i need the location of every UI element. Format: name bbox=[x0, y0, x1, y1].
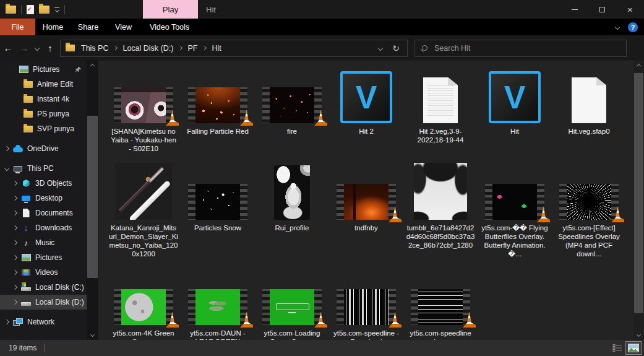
file-item[interactable]: yt5s.com-4K Green Screen bbox=[106, 266, 181, 340]
refresh-icon[interactable]: ↻ bbox=[392, 43, 400, 53]
file-item[interactable]: Falling Particle Red bbox=[181, 64, 255, 153]
recent-locations-chevron[interactable] bbox=[32, 46, 42, 50]
file-item[interactable]: yt5s.com-[Effect] Speedlines Overlay (MP… bbox=[552, 160, 626, 258]
minimize-ribbon-chevron-icon[interactable] bbox=[615, 24, 620, 29]
windows-drive-icon bbox=[21, 282, 31, 292]
sidebar-item-ps-punya[interactable]: PS punya bbox=[0, 106, 87, 121]
sidebar-item-label: PS punya bbox=[37, 110, 69, 118]
sidebar-item-desktop[interactable]: Desktop bbox=[0, 191, 87, 206]
help-icon[interactable]: ? bbox=[628, 22, 638, 32]
sidebar-item-videos[interactable]: Videos bbox=[0, 265, 87, 280]
sidebar-item-music[interactable]: Music bbox=[0, 235, 87, 250]
sidebar-item-pictures-quickaccess[interactable]: Pictures bbox=[0, 62, 87, 77]
details-view-button[interactable] bbox=[609, 341, 625, 355]
sidebar-item-this-pc[interactable]: This PC bbox=[0, 161, 87, 176]
breadcrumb-chevron-icon[interactable] bbox=[113, 46, 118, 50]
sidebar-item-local-disk-c[interactable]: Local Disk (C:) bbox=[0, 280, 87, 295]
scrollbar-thumb[interactable] bbox=[87, 116, 98, 278]
tab-share[interactable]: Share bbox=[71, 19, 106, 35]
sidebar-item-pictures[interactable]: Pictures bbox=[0, 250, 87, 265]
blank-document-icon bbox=[572, 77, 606, 123]
expand-chevron-icon[interactable] bbox=[12, 285, 17, 290]
maximize-button[interactable] bbox=[588, 0, 616, 19]
file-item[interactable]: tndfnby bbox=[329, 160, 403, 258]
sidebar-item-3d-objects[interactable]: 3D Objects bbox=[0, 176, 87, 191]
file-item[interactable]: [SHANA]Kimetsu no Yaiba - Yuukaku-hen - … bbox=[106, 64, 181, 153]
sidebar-item-label: Local Disk (D:) bbox=[35, 298, 84, 306]
expand-chevron-icon[interactable] bbox=[4, 319, 9, 324]
sidebar-item-label: Anime Edit bbox=[37, 80, 73, 89]
customize-toolbar-chevron-icon[interactable] bbox=[54, 7, 59, 12]
collapse-chevron-icon[interactable] bbox=[4, 166, 9, 171]
file-item[interactable]: Particles Snow bbox=[181, 160, 255, 258]
close-button[interactable]: × bbox=[616, 0, 644, 19]
file-item[interactable]: yt5s.com-�� Flying Butterflies Overlay. … bbox=[478, 160, 552, 258]
expand-chevron-icon[interactable] bbox=[4, 146, 9, 151]
breadcrumb-chevron-icon[interactable] bbox=[202, 46, 207, 50]
file-item[interactable]: yt5s.com-speedline loop bbox=[403, 266, 478, 340]
address-dropdown-chevron-icon[interactable] bbox=[378, 45, 383, 50]
file-item[interactable]: Hit 2.veg,3-9-2022,18-19-44 bbox=[403, 64, 478, 153]
sidebar-item-downloads[interactable]: Downloads bbox=[0, 220, 87, 235]
folder-icon[interactable] bbox=[6, 6, 16, 14]
tab-view[interactable]: View bbox=[106, 19, 141, 35]
address-bar[interactable]: This PC Local Disk (D:) PF Hit ↻ bbox=[60, 40, 408, 57]
desktop-icon bbox=[21, 193, 31, 203]
breadcrumb-pf[interactable]: PF bbox=[186, 44, 199, 53]
scrollbar-thumb[interactable] bbox=[634, 73, 643, 313]
sidebar-item-anime-edit[interactable]: Anime Edit bbox=[0, 77, 87, 92]
up-button[interactable]: ↑ bbox=[42, 43, 58, 53]
expand-chevron-icon[interactable] bbox=[12, 211, 17, 215]
breadcrumb-hit[interactable]: Hit bbox=[210, 44, 223, 53]
tab-home[interactable]: Home bbox=[35, 19, 71, 35]
file-item[interactable]: Katana_Kanroji_Mitsuri_Demon_Slayer_Kime… bbox=[106, 160, 181, 258]
scroll-up-arrow[interactable] bbox=[87, 61, 98, 71]
sidebar-item-documents[interactable]: Documents bbox=[0, 206, 87, 220]
expand-chevron-icon[interactable] bbox=[12, 300, 17, 305]
tab-video-tools[interactable]: Video Tools bbox=[141, 19, 198, 35]
minimize-button[interactable] bbox=[560, 0, 588, 19]
thumbnail-image bbox=[344, 184, 389, 220]
new-folder-icon[interactable] bbox=[39, 6, 49, 14]
expand-chevron-icon[interactable] bbox=[12, 196, 17, 201]
search-box[interactable] bbox=[414, 40, 627, 57]
properties-check-icon[interactable] bbox=[27, 5, 34, 14]
expand-chevron-icon[interactable] bbox=[12, 270, 17, 275]
video-tools-contextual-tab[interactable]: Play bbox=[143, 0, 198, 19]
sidebar-item-local-disk-d[interactable]: Local Disk (D:) bbox=[0, 295, 87, 310]
breadcrumb-this-pc[interactable]: This PC bbox=[79, 44, 110, 53]
file-item[interactable]: yt5s.com-speedline - Download bbox=[329, 266, 403, 340]
back-button[interactable]: ← bbox=[0, 43, 16, 53]
video-filmstrip bbox=[337, 289, 396, 325]
expand-chevron-icon[interactable] bbox=[12, 225, 17, 230]
sidebar-item-svp-punya[interactable]: SVP punya bbox=[0, 121, 87, 136]
file-item[interactable]: fire bbox=[255, 64, 329, 153]
breadcrumb-local-disk-d[interactable]: Local Disk (D:) bbox=[121, 44, 175, 53]
file-item[interactable]: Hit 2 bbox=[329, 64, 403, 153]
sidebar-item-instant-4k[interactable]: Instant 4k bbox=[0, 92, 87, 106]
file-item[interactable]: Hit.veg.sfap0 bbox=[552, 64, 626, 153]
sidebar-item-onedrive[interactable]: OneDrive bbox=[0, 141, 87, 156]
expand-chevron-icon[interactable] bbox=[12, 240, 17, 245]
expand-chevron-icon[interactable] bbox=[12, 255, 17, 260]
tab-file[interactable]: File bbox=[0, 19, 35, 35]
file-thumbnail bbox=[274, 160, 310, 220]
breadcrumb-chevron-icon[interactable] bbox=[178, 46, 182, 50]
scroll-up-arrow[interactable] bbox=[633, 61, 644, 71]
large-icons-view-button[interactable] bbox=[625, 341, 642, 355]
scroll-down-arrow[interactable] bbox=[633, 329, 644, 340]
forward-button[interactable]: → bbox=[16, 43, 32, 53]
search-input[interactable] bbox=[433, 43, 619, 53]
file-item[interactable]: Hit bbox=[478, 64, 552, 153]
file-item[interactable]: Rui_profile bbox=[255, 160, 329, 258]
expand-chevron-icon[interactable] bbox=[12, 181, 17, 186]
video-filmstrip bbox=[114, 87, 173, 123]
folder-icon bbox=[23, 94, 33, 104]
file-item[interactable]: yt5s.com-DAUN - LEAF GREEN bbox=[181, 266, 255, 340]
scroll-down-arrow[interactable] bbox=[87, 329, 98, 340]
sidebar-item-network[interactable]: Network bbox=[0, 315, 87, 329]
file-item[interactable]: yt5s.com-Loading Green Screen bbox=[255, 266, 329, 340]
explorer-window: Play Hit × File Home Share View Video To… bbox=[0, 0, 644, 356]
file-item[interactable]: tumblr_6e71a8427d2d4d60c68f5d0bc37a32ce_… bbox=[403, 160, 478, 258]
file-name: Hit 2 bbox=[359, 127, 374, 136]
